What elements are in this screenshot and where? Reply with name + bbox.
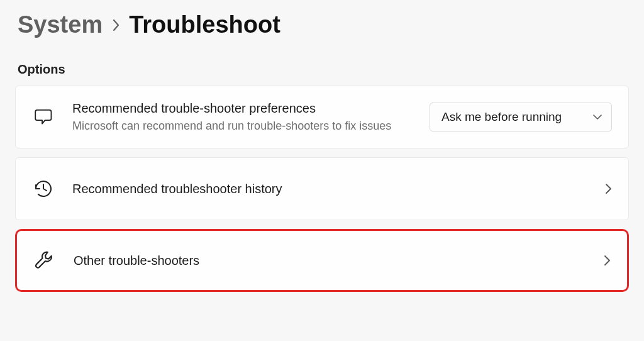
card-title: Other trouble-shooters <box>74 252 586 269</box>
chevron-right-icon <box>111 18 120 32</box>
section-label-options: Options <box>15 62 629 77</box>
chevron-down-icon <box>592 114 602 120</box>
card-troubleshooter-preferences: Recommended trouble-shooter preferences … <box>15 86 629 148</box>
card-title: Recommended troubleshooter history <box>72 181 587 198</box>
page-title: Troubleshoot <box>129 11 280 38</box>
card-title: Recommended trouble-shooter preferences <box>72 100 412 117</box>
card-other-troubleshooters[interactable]: Other trouble-shooters <box>15 229 629 292</box>
dropdown-value: Ask me before running <box>441 110 582 124</box>
breadcrumb: System Troubleshoot <box>15 11 629 38</box>
chevron-right-icon <box>605 183 612 194</box>
wrench-icon <box>33 249 56 272</box>
card-troubleshooter-history[interactable]: Recommended troubleshooter history <box>15 157 629 220</box>
breadcrumb-parent-system[interactable]: System <box>18 11 103 38</box>
feedback-icon <box>32 106 55 128</box>
card-subtitle: Microsoft can recommend and run trouble-… <box>72 118 399 134</box>
preferences-dropdown[interactable]: Ask me before running <box>430 103 612 131</box>
chevron-right-icon <box>604 255 611 266</box>
history-icon <box>32 177 55 200</box>
